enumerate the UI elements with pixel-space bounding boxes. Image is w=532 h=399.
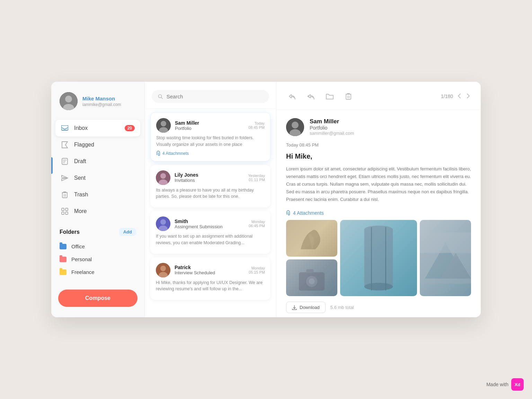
- email-time-2: Yesterday 01:11 PM: [248, 174, 265, 182]
- sidebar-item-trash[interactable]: Trash: [55, 186, 140, 203]
- delete-button[interactable]: [342, 90, 355, 103]
- folder-office-label: Office: [71, 243, 85, 249]
- folder-freelance-label: Freelance: [71, 269, 95, 275]
- email-preview-1: Stop wasting time looking for files buri…: [156, 135, 265, 148]
- email-time-3: Monday 06:45 PM: [249, 220, 265, 228]
- svg-point-16: [160, 173, 166, 179]
- user-info: Mike Manson iammike@gmail.com: [82, 96, 121, 107]
- sent-icon: [61, 174, 69, 182]
- svg-rect-33: [364, 230, 393, 287]
- svg-point-30: [309, 279, 315, 285]
- toolbar-pagination: 1/180: [441, 92, 471, 101]
- email-card-4[interactable]: Patrick Interview Scheduled Monday 05:15…: [150, 257, 271, 300]
- search-icon: [158, 94, 163, 99]
- folder-item-office[interactable]: Office: [57, 240, 139, 253]
- detail-email: sammiller@gmail.com: [310, 131, 354, 136]
- svg-point-26: [292, 122, 299, 128]
- email-card-3[interactable]: Smith Assingment Submission Monday 06:45…: [150, 211, 271, 254]
- svg-point-22: [160, 266, 166, 271]
- email-meta-1: Sam Miller Portfolio: [175, 120, 244, 131]
- draft-label: Draft: [74, 158, 86, 165]
- email-meta-2: Lily Jones Invitations: [175, 172, 244, 183]
- detail-sender-info: Sam Miller Portfolio sammiller@gmail.com: [310, 118, 354, 136]
- attachment-img-1: [286, 220, 337, 257]
- user-profile: Mike Manson iammike@gmail.com: [51, 92, 144, 120]
- detail-toolbar: 1/180: [276, 82, 481, 110]
- add-folder-button[interactable]: Add: [119, 228, 136, 236]
- folder-item-personal[interactable]: Personal: [57, 253, 139, 266]
- sidebar-item-flagged[interactable]: Flagged: [55, 136, 140, 153]
- more-label: More: [74, 208, 87, 214]
- sidebar-item-inbox[interactable]: Inbox 20: [55, 120, 140, 136]
- email-avatar-1: [156, 118, 171, 133]
- svg-rect-40: [420, 232, 471, 253]
- download-button[interactable]: Download: [286, 302, 326, 313]
- search-input[interactable]: [167, 94, 263, 99]
- detail-header: Sam Miller Portfolio sammiller@gmail.com: [286, 118, 471, 136]
- flagged-label: Flagged: [74, 142, 94, 148]
- reply-button[interactable]: [286, 90, 299, 103]
- made-with-badge: Made with Xd: [486, 378, 524, 391]
- email-avatar-4: [156, 263, 170, 277]
- folders-title: Folders: [60, 229, 80, 235]
- svg-rect-8: [65, 208, 68, 211]
- detail-date: Today 08:45 PM: [286, 142, 471, 148]
- email-attachment-1: 4 Attachmnets: [156, 151, 265, 156]
- attachment-section: 4 Attachments: [286, 210, 471, 296]
- svg-marker-4: [62, 142, 68, 148]
- email-sender-2: Lily Jones: [175, 172, 244, 178]
- folder-button[interactable]: [323, 90, 336, 103]
- sidebar-item-sent[interactable]: Sent: [55, 170, 140, 186]
- active-indicator: [51, 157, 53, 174]
- next-button[interactable]: [466, 92, 471, 101]
- email-preview-4: Hi Mike, thanks for applying for UI/UX D…: [156, 280, 265, 293]
- attachment-images: [286, 220, 471, 296]
- email-card-1[interactable]: Sam Miller Portfolio Today 08:45 PM Stop…: [150, 112, 271, 161]
- reply-all-button[interactable]: [305, 90, 317, 103]
- trash-icon: [61, 191, 69, 198]
- svg-rect-31: [306, 269, 313, 273]
- pagination-count: 1/180: [441, 94, 453, 99]
- search-input-wrap: [152, 90, 269, 103]
- email-subject-4: Interview Scheduled: [175, 270, 245, 275]
- flag-icon: [61, 141, 69, 149]
- email-preview-3: If you want to set up an assignment with…: [156, 233, 265, 246]
- draft-icon: [61, 158, 69, 165]
- nav-menu: Inbox 20 Flagged Draft: [51, 120, 144, 220]
- folder-office-icon: [60, 244, 66, 249]
- xd-icon: Xd: [511, 378, 524, 391]
- svg-point-19: [160, 219, 166, 225]
- svg-rect-6: [62, 193, 67, 198]
- folders-header: Folders Add: [57, 228, 139, 240]
- folder-item-freelance[interactable]: Freelance: [57, 266, 139, 278]
- user-email: iammike@gmail.com: [82, 102, 121, 107]
- attachment-img-3: [420, 220, 471, 296]
- detail-body-text: Lorem ipsum dolor sit amet, consectetur …: [286, 165, 471, 203]
- compose-button[interactable]: Compose: [58, 290, 138, 307]
- folder-personal-label: Personal: [71, 256, 92, 262]
- file-size: 5.6 mb total: [330, 305, 354, 310]
- svg-rect-9: [62, 212, 64, 214]
- attachments-label: 4 Attachments: [286, 210, 471, 216]
- email-meta-3: Smith Assingment Submission: [175, 219, 245, 229]
- email-card-2[interactable]: Lily Jones Invitations Yesterday 01:11 P…: [150, 165, 271, 208]
- email-subject-1: Portfolio: [175, 126, 244, 131]
- prev-button[interactable]: [456, 92, 462, 101]
- download-bar: Download 5.6 mb total: [286, 302, 471, 313]
- email-list: Sam Miller Portfolio Today 08:45 PM Stop…: [145, 82, 276, 317]
- svg-point-34: [364, 283, 393, 291]
- email-sender-4: Patrick: [175, 265, 245, 270]
- email-subject-2: Invitations: [175, 178, 244, 183]
- user-name: Mike Manson: [82, 96, 121, 101]
- email-detail: 1/180 Sam Miller Portfolio sammiller@gma…: [276, 82, 481, 317]
- sent-label: Sent: [74, 175, 86, 181]
- email-sender-3: Smith: [175, 219, 245, 224]
- detail-subject: Portfolio: [310, 125, 354, 131]
- email-header-4: Patrick Interview Scheduled Monday 05:15…: [156, 263, 265, 277]
- sidebar-item-draft[interactable]: Draft: [55, 153, 140, 170]
- sidebar-item-more[interactable]: More: [55, 203, 140, 220]
- email-subject-3: Assingment Submission: [175, 224, 245, 229]
- email-avatar-3: [156, 216, 170, 231]
- email-time-4: Monday 05:15 PM: [249, 266, 265, 274]
- more-icon: [61, 207, 69, 215]
